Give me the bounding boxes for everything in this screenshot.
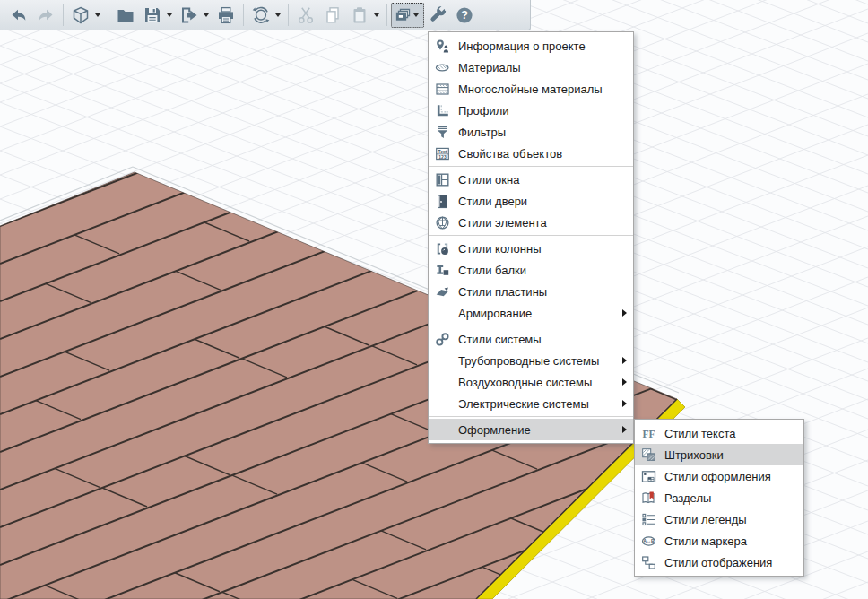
menu-item-label: Информация о проекте bbox=[458, 39, 628, 53]
styles-manager-button[interactable] bbox=[391, 3, 424, 28]
menu-item-window-style[interactable]: Стили окна bbox=[429, 169, 633, 190]
menu-item-drawing-styles[interactable]: Стили оформления bbox=[635, 465, 803, 487]
toolbar-group bbox=[112, 0, 239, 30]
submenu-arrow-icon bbox=[622, 426, 627, 433]
submenu-arrow-icon bbox=[622, 357, 627, 364]
wrench-icon bbox=[428, 5, 447, 25]
submenu-arrow-icon bbox=[622, 378, 627, 386]
paste-icon bbox=[350, 5, 369, 25]
cut-button[interactable] bbox=[292, 3, 319, 28]
menu-item-materials[interactable]: Материалы bbox=[429, 56, 633, 78]
open-project-button[interactable] bbox=[112, 3, 139, 28]
menu-item-hatching[interactable]: Штриховки bbox=[635, 444, 803, 465]
folder-icon bbox=[116, 5, 135, 25]
menu-item-label: Стили маркера bbox=[664, 534, 798, 548]
menu-item-label: Стили элемента bbox=[458, 216, 628, 230]
menu-item-19[interactable]: Электрические системы bbox=[429, 393, 633, 414]
marker-styles-icon: A↔B bbox=[641, 534, 656, 549]
styles-dropdown-menu: Информация о проектеМатериалыМногослойны… bbox=[428, 31, 634, 444]
toolbar-separator bbox=[108, 4, 108, 26]
menu-item-label: Стили текста bbox=[664, 427, 798, 440]
menu-item-object-properties[interactable]: Text123Свойства объектов bbox=[429, 143, 633, 164]
undo-button[interactable] bbox=[5, 3, 32, 28]
menu-item-plate-style[interactable]: Стили пластины bbox=[429, 281, 633, 302]
menu-item-display-styles[interactable]: Стили отображения bbox=[635, 551, 803, 573]
save-dropdown-caret[interactable] bbox=[167, 13, 172, 17]
3d-view-dropdown-caret[interactable] bbox=[95, 13, 100, 17]
menu-item-column-style[interactable]: Стили колонны bbox=[429, 238, 633, 259]
toolbar-separator bbox=[288, 4, 289, 26]
menu-item-label: Профили bbox=[458, 104, 628, 117]
system-styles-icon bbox=[435, 332, 450, 347]
menu-item-label: Разделы bbox=[664, 491, 798, 505]
copy-icon bbox=[323, 5, 343, 25]
export-dropdown-caret[interactable] bbox=[204, 13, 209, 17]
menu-item-21[interactable]: Оформление bbox=[429, 419, 633, 440]
menu-item-project-info[interactable]: Информация о проекте bbox=[429, 35, 633, 56]
menu-item-label: Электрические системы bbox=[458, 397, 622, 411]
toolbar-group bbox=[247, 0, 284, 30]
undo-icon bbox=[9, 5, 29, 25]
menu-item-beam-style[interactable]: Стили балки bbox=[429, 259, 633, 281]
display-styles-icon bbox=[641, 555, 656, 570]
no-icon bbox=[435, 422, 450, 438]
settings-button[interactable] bbox=[424, 3, 451, 28]
menu-item-legend-styles[interactable]: Стили легенды bbox=[635, 508, 803, 530]
help-button[interactable]: ? bbox=[451, 3, 478, 28]
menu-item-multilayer-materials[interactable]: Многослойные материалы bbox=[429, 78, 633, 100]
drawing-styles-icon bbox=[641, 469, 656, 484]
menu-item-system-styles[interactable]: Стили системы bbox=[429, 328, 633, 350]
copy-button[interactable] bbox=[319, 3, 346, 28]
help-icon: ? bbox=[455, 5, 474, 25]
decoration-submenu: FFСтили текстаШтриховкиСтили оформленияР… bbox=[634, 419, 804, 577]
paste-dropdown-caret[interactable] bbox=[374, 13, 379, 17]
menu-item-door-style[interactable]: Стили двери bbox=[429, 190, 633, 212]
sync-icon bbox=[251, 5, 271, 25]
menu-item-profiles[interactable]: Профили bbox=[429, 100, 633, 121]
project-info-icon bbox=[435, 39, 450, 54]
menu-item-filters[interactable]: Фильтры bbox=[429, 121, 633, 143]
element-style-icon bbox=[435, 215, 450, 230]
redo-button[interactable] bbox=[32, 3, 59, 28]
legend-styles-icon bbox=[641, 512, 656, 527]
paste-button[interactable] bbox=[346, 3, 373, 28]
menu-item-element-style[interactable]: Стили элемента bbox=[429, 212, 633, 233]
object-properties-icon: Text123 bbox=[435, 146, 450, 161]
no-icon bbox=[435, 306, 450, 321]
toolbar-group: ? bbox=[391, 0, 478, 30]
svg-text:?: ? bbox=[461, 9, 468, 22]
filters-icon bbox=[435, 125, 450, 140]
submenu-arrow-icon bbox=[622, 309, 627, 317]
toolbar-group bbox=[67, 0, 104, 30]
menu-item-label: Стили оформления bbox=[664, 470, 798, 483]
text-styles-icon: FF bbox=[641, 426, 656, 441]
menu-item-label: Стили двери bbox=[458, 195, 628, 208]
menu-item-14[interactable]: Армирование bbox=[429, 302, 633, 324]
dropdown-caret-icon[interactable] bbox=[413, 13, 419, 17]
export-button[interactable] bbox=[176, 3, 203, 28]
collaboration-button[interactable] bbox=[247, 3, 274, 28]
menu-item-18[interactable]: Воздуховодные системы bbox=[429, 371, 633, 393]
menu-item-label: Стили легенды bbox=[664, 513, 798, 526]
3d-view-button[interactable] bbox=[67, 3, 94, 28]
save-button[interactable] bbox=[139, 3, 166, 28]
menu-item-label: Стили балки bbox=[458, 264, 628, 277]
export-icon bbox=[179, 5, 199, 25]
toolbar-separator bbox=[243, 4, 244, 26]
redo-icon bbox=[36, 5, 56, 25]
menu-item-17[interactable]: Трубопроводные системы bbox=[429, 350, 633, 371]
cube-icon bbox=[71, 5, 91, 25]
menu-item-label: Воздуховодные системы bbox=[458, 376, 622, 389]
print-button[interactable] bbox=[213, 3, 239, 28]
menu-item-text-styles[interactable]: FFСтили текста bbox=[635, 422, 803, 444]
profiles-icon bbox=[435, 103, 450, 118]
menu-item-label: Трубопроводные системы bbox=[458, 354, 622, 368]
materials-icon bbox=[435, 60, 450, 75]
toolbar-separator bbox=[386, 4, 387, 26]
toolbar-group bbox=[5, 0, 59, 30]
menu-item-label: Многослойные материалы bbox=[458, 82, 628, 96]
menu-item-sections[interactable]: Разделы bbox=[635, 487, 803, 508]
collaboration-dropdown-caret[interactable] bbox=[275, 13, 281, 17]
menu-item-marker-styles[interactable]: A↔BСтили маркера bbox=[635, 530, 803, 551]
cut-icon bbox=[296, 5, 316, 25]
